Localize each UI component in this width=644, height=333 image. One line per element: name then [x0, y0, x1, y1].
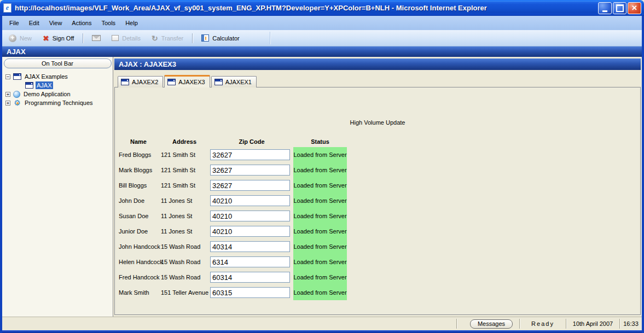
row-name: Fred Handcock	[118, 270, 159, 285]
status-bar: Messages Ready 10th April 2007 16:33	[2, 317, 642, 330]
status-badge: Loaded from Server	[293, 224, 347, 239]
tree-item-demo-application[interactable]: +Demo Application	[2, 90, 113, 98]
expand-icon[interactable]: +	[5, 92, 10, 97]
row-address: 15 Wash Road	[159, 254, 210, 270]
window-icon	[121, 79, 129, 85]
status-badge: Loaded from Server	[293, 162, 347, 178]
on-tool-bar-button[interactable]: On Tool Bar	[4, 59, 112, 68]
envelope-icon-button	[86, 30, 106, 46]
close-button[interactable]	[628, 2, 641, 14]
row-address: 15 Wash Road	[159, 239, 210, 254]
window-icon	[167, 79, 176, 85]
zip-input[interactable]	[210, 195, 290, 206]
row-name: John Handcock	[118, 239, 159, 254]
tab-ajaxex3[interactable]: AJAXEX3	[164, 75, 210, 87]
tab-strip: AJAXEX2AJAXEX3AJAXEX1	[118, 75, 641, 87]
status-badge: Loaded from Server	[293, 178, 347, 193]
menu-edit[interactable]: Edit	[24, 17, 44, 28]
zip-input[interactable]	[210, 287, 290, 298]
status-badge: Loaded from Server	[293, 239, 347, 254]
ie-page-icon: e	[3, 3, 11, 13]
form-caption: High Volume Update	[115, 87, 640, 126]
expand-icon[interactable]: +	[5, 101, 10, 106]
zip-input[interactable]	[210, 272, 290, 283]
toolbar-separator	[192, 33, 193, 43]
zip-cell	[210, 208, 293, 224]
zip-cell	[210, 270, 293, 285]
transfer-arrow-icon	[152, 34, 158, 42]
row-address: 11 Jones St	[159, 208, 210, 224]
minimize-button[interactable]	[598, 2, 612, 14]
status-badge: Loaded from Server	[293, 285, 347, 300]
tree-label[interactable]: AJAX	[36, 81, 53, 89]
zip-cell	[210, 239, 293, 254]
zip-input[interactable]	[210, 165, 290, 176]
column-header-address: Address	[159, 137, 210, 147]
status-badge: Loaded from Server	[293, 147, 347, 162]
maximize-button[interactable]	[613, 2, 626, 14]
zip-cell	[210, 285, 293, 300]
tree-item-ajax-examples[interactable]: −AJAX Examples	[2, 72, 113, 81]
status-badge: Loaded from Server	[293, 254, 347, 270]
zip-input[interactable]	[210, 241, 290, 252]
data-table: NameAddressZip CodeStatusFred Bloggs121 …	[118, 137, 640, 300]
row-address: 121 Smith St	[159, 162, 210, 178]
tree-label[interactable]: Demo Application	[22, 90, 72, 98]
messages-button[interactable]: Messages	[470, 319, 513, 329]
row-name: John Doe	[118, 193, 159, 208]
window-body: FileEditViewActionsToolsHelp NewSign Off…	[0, 16, 644, 333]
tree-item-ajax[interactable]: AJAX	[2, 81, 113, 90]
menu-file[interactable]: File	[4, 17, 24, 28]
transfer-button: Transfer	[146, 30, 189, 46]
menu-tools[interactable]: Tools	[96, 17, 120, 28]
toolbar-separator	[83, 33, 83, 43]
status-date: 10th April 2007	[566, 320, 619, 327]
menu-view[interactable]: View	[44, 17, 67, 28]
menu-actions[interactable]: Actions	[67, 17, 96, 28]
sidebar: On Tool Bar −AJAX ExamplesAJAX+Demo Appl…	[2, 57, 113, 317]
details-button: Details	[106, 30, 146, 46]
tree-item-programming-techniques[interactable]: +⚙Programming Techniques	[2, 98, 113, 107]
new-button: New	[3, 30, 37, 46]
window-icon	[25, 82, 33, 89]
zip-input[interactable]	[210, 256, 290, 267]
calculator-icon	[201, 34, 209, 42]
row-name: Susan Doe	[118, 208, 159, 224]
collapse-icon[interactable]: −	[5, 74, 10, 79]
column-header-name: Name	[118, 137, 159, 147]
main-region: On Tool Bar −AJAX ExamplesAJAX+Demo Appl…	[2, 57, 642, 317]
row-name: Helen Handcock	[118, 254, 159, 270]
tree-label[interactable]: Programming Techniques	[24, 99, 94, 107]
row-address: 11 Jones St	[159, 193, 210, 208]
sign-off-button[interactable]: Sign Off	[37, 30, 79, 46]
menu-help[interactable]: Help	[120, 17, 143, 28]
toolbar-button-label: Sign Off	[53, 35, 74, 42]
window-bottom-border	[2, 330, 642, 333]
tab-ajaxex1[interactable]: AJAXEX1	[211, 76, 257, 87]
toolbar-button-label: New	[20, 35, 32, 42]
navigation-tree: −AJAX ExamplesAJAX+Demo Application+⚙Pro…	[2, 72, 113, 107]
column-header-zip-code: Zip Code	[210, 137, 293, 147]
content-panel: AJAX : AJAXEX3 AJAXEX2AJAXEX3AJAXEX1 Hig…	[113, 57, 642, 317]
zip-cell	[210, 193, 293, 208]
toolbar: NewSign OffDetailsTransferCalculator	[2, 30, 642, 46]
details-square-icon	[112, 35, 119, 41]
menu-bar: FileEditViewActionsToolsHelp	[2, 16, 642, 30]
zip-input[interactable]	[210, 149, 290, 160]
tree-label[interactable]: AJAX Examples	[24, 73, 69, 80]
zip-cell	[210, 224, 293, 239]
title-bar: e http://localhost/images/VLF_Work_Area/…	[0, 0, 644, 16]
envelope-icon	[92, 35, 101, 41]
zip-input[interactable]	[210, 211, 290, 221]
zip-cell	[210, 162, 293, 178]
calculator-button[interactable]: Calculator	[196, 30, 245, 46]
window-title: http://localhost/images/VLF_Work_Area/AJ…	[15, 4, 595, 12]
zip-input[interactable]	[210, 226, 290, 237]
row-address: 151 Teller Avenue	[159, 285, 210, 300]
zip-input[interactable]	[210, 180, 290, 191]
row-address: 121 Smith St	[159, 178, 210, 193]
status-divider	[456, 319, 457, 329]
row-name: Mark Smith	[118, 285, 159, 300]
tab-ajaxex2[interactable]: AJAXEX2	[118, 76, 163, 87]
column-header-status: Status	[293, 137, 347, 147]
